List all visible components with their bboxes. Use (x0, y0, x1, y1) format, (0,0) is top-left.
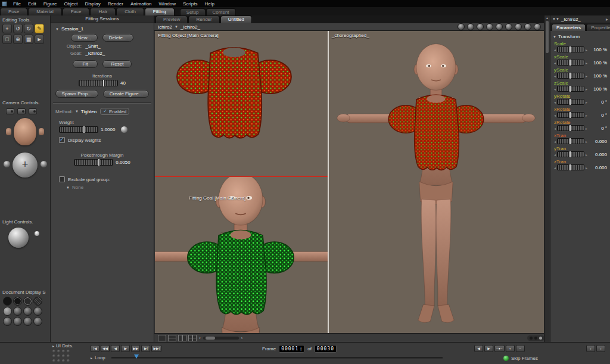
delete-session-button[interactable]: Delete... (102, 34, 133, 42)
menu-item[interactable]: File (10, 1, 24, 7)
room-tab[interactable]: Fitting (145, 8, 175, 15)
exclude-goal-group-checkbox[interactable] (59, 176, 65, 182)
roll-camera-icon[interactable] (467, 23, 474, 30)
document-title-tab[interactable]: Untitled (220, 15, 252, 23)
pokethrough-slider[interactable] (74, 159, 113, 166)
parameter-slider[interactable] (557, 60, 584, 66)
flat-shaded-style[interactable] (13, 307, 22, 316)
dolly-camera-icon[interactable] (477, 23, 484, 30)
parameter-slider[interactable] (557, 151, 584, 157)
frame-stepper[interactable]: ▲▼ (300, 347, 302, 351)
edit-keyframes-button[interactable]: −●− (494, 345, 505, 352)
actor-select[interactable]: _Ichiro2_ (180, 24, 200, 30)
timeline-track[interactable] (111, 357, 443, 359)
focus-view-icon[interactable] (524, 23, 531, 30)
pane-choreographed[interactable]: _choreographed_ (328, 31, 544, 334)
hidden-line-style[interactable] (33, 297, 42, 306)
ui-dot[interactable] (67, 359, 70, 362)
camera-preset-icon[interactable] (17, 108, 26, 114)
ui-dot[interactable] (57, 359, 60, 362)
flat-lined-style[interactable] (23, 307, 32, 316)
parameter-value[interactable]: 0.000 (595, 165, 608, 170)
scroll-left-button[interactable]: ‹ (586, 345, 595, 352)
dial-right-arrow[interactable]: ▸ (586, 100, 587, 104)
parameter-value[interactable]: 100 % (593, 60, 608, 66)
pane-fitting-object[interactable]: Fitting Object [Main Camera] (155, 31, 328, 177)
prev-keyframe-button[interactable]: ◀◀ (101, 345, 110, 352)
panel-scrollbar[interactable]: ▲ (544, 15, 550, 343)
create-figure-button[interactable]: Create Figure... (103, 90, 150, 98)
scroll-left-icon[interactable]: ‹ (198, 335, 201, 341)
method-select[interactable]: Tighten (81, 109, 97, 114)
light-trackball[interactable] (8, 228, 29, 248)
parameter-slider[interactable] (557, 99, 584, 105)
split-horizontal-icon[interactable] (168, 335, 176, 341)
split-vertical-icon[interactable] (178, 335, 186, 341)
scroll-right-icon[interactable]: › (241, 335, 244, 341)
menu-item[interactable]: Help (201, 1, 217, 7)
object-value[interactable]: _Shirt_ (85, 43, 100, 49)
zoom-view-icon[interactable] (505, 23, 512, 30)
parameter-value[interactable]: 0 ° (601, 113, 608, 118)
ui-dot[interactable] (62, 354, 65, 357)
parameter-value[interactable]: 0 ° (601, 99, 608, 105)
new-session-button[interactable]: New... (71, 34, 97, 42)
dial-left-arrow[interactable]: ◂ (554, 48, 556, 52)
last-frame-button[interactable]: ▶▶| (151, 345, 161, 352)
tab-parameters[interactable]: Parameters (552, 24, 586, 31)
scrollbar-thumb[interactable] (206, 337, 215, 340)
camera-dot[interactable] (534, 337, 537, 340)
left-hand-camera-icon[interactable] (6, 128, 11, 135)
camera-preset-icon[interactable] (6, 108, 14, 114)
dial-right-arrow[interactable]: ▸ (586, 126, 587, 130)
camera-preset-icon[interactable] (29, 108, 37, 114)
parameter-slider[interactable] (557, 73, 584, 79)
prev-key-button[interactable]: ◀ (474, 345, 483, 352)
parameter-slider[interactable] (557, 86, 584, 92)
parameter-slider[interactable] (557, 46, 584, 52)
camera-knob[interactable] (4, 161, 10, 167)
lit-wireframe-style[interactable] (3, 307, 12, 316)
ui-dot[interactable] (62, 359, 65, 362)
room-tab[interactable]: Face (63, 8, 90, 15)
right-hand-camera-icon[interactable] (39, 128, 44, 135)
menu-item[interactable]: Animation (127, 1, 155, 7)
dial-left-arrow[interactable]: ◂ (554, 166, 556, 170)
dial-left-arrow[interactable]: ◂ (554, 61, 556, 65)
camera-face-trackball[interactable] (14, 118, 36, 145)
tab-properties[interactable]: Properties (586, 24, 610, 31)
parameter-slider[interactable] (557, 112, 584, 118)
menu-item[interactable]: Window (155, 1, 179, 7)
ui-dot[interactable] (62, 350, 65, 353)
light-indicator-icon[interactable] (35, 231, 39, 236)
current-frame-field[interactable]: 00001 ▲▼ (279, 345, 304, 353)
camera-select[interactable]: Ichiro2 (158, 24, 172, 30)
silhouette-style[interactable] (3, 297, 12, 306)
morph-brush-tool[interactable]: ✎ (35, 24, 44, 33)
dial-left-arrow[interactable]: ◂ (554, 100, 556, 104)
scale-tool[interactable]: □ (2, 35, 12, 44)
parameter-slider[interactable] (557, 125, 584, 131)
parameter-value[interactable]: 100 % (593, 86, 608, 92)
dial-right-arrow[interactable]: ▸ (586, 113, 587, 117)
cartoon-lined-style[interactable] (3, 317, 12, 326)
chevron-right-icon[interactable]: ▸ (52, 344, 54, 348)
dial-right-arrow[interactable]: ▸ (586, 166, 587, 170)
ui-dot[interactable] (52, 350, 55, 353)
enabled-checkbox[interactable]: ✓ Enabled (100, 108, 129, 115)
rotate-view-icon[interactable] (486, 23, 493, 30)
fit-button[interactable]: Fit (73, 60, 98, 68)
transform-section-header[interactable]: ▼ Transform (553, 34, 608, 39)
tab-content[interactable]: Content (206, 8, 236, 15)
room-tab[interactable]: Pose (0, 8, 27, 15)
next-key-button[interactable]: ▶ (484, 345, 493, 352)
parameter-value[interactable]: 100 % (593, 47, 608, 52)
dial-left-arrow[interactable]: ◂ (554, 87, 556, 91)
parameter-slider[interactable] (557, 164, 584, 170)
menu-item[interactable]: Figure (40, 1, 61, 7)
quad-pane-icon[interactable] (188, 335, 197, 341)
panel-collapse-icon[interactable]: ▸ (606, 17, 608, 22)
dial-left-arrow[interactable]: ◂ (554, 74, 556, 78)
ui-dot[interactable] (57, 350, 60, 353)
pan-view-icon[interactable] (496, 23, 503, 30)
